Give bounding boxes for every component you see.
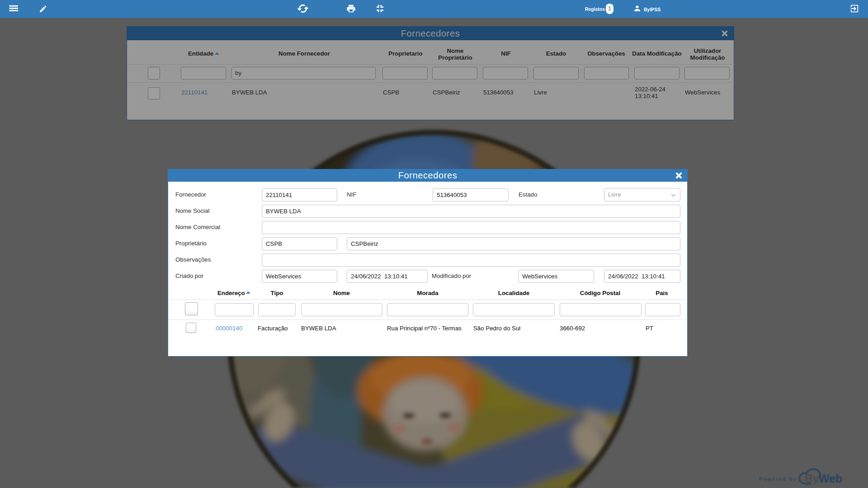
svg-text:Web: Web (819, 472, 842, 485)
svg-text:Powered by: Powered by (759, 476, 797, 482)
svg-text:By: By (805, 472, 819, 485)
